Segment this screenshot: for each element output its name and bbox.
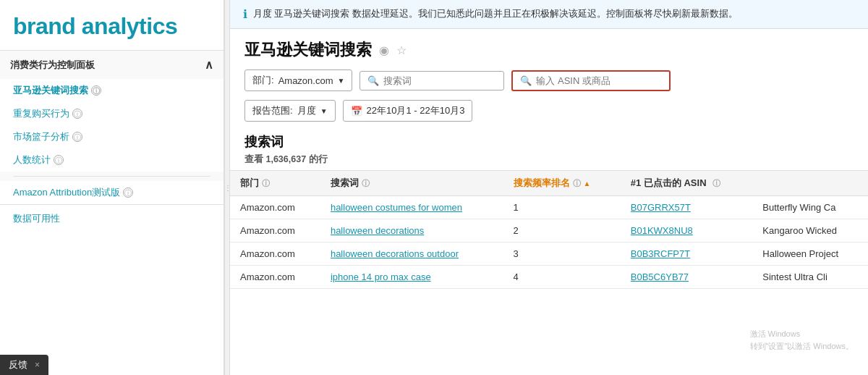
brand-logo: brand analytics	[0, 0, 224, 50]
cell-asin[interactable]: B0B3RCFP7T	[621, 243, 752, 266]
sidebar-item-label: 重复购买行为	[13, 107, 69, 120]
cell-product: Butterfly Wing Ca	[752, 196, 868, 219]
dept-label: 部门:	[252, 74, 274, 87]
cell-product: Kangaroo Wicked	[752, 219, 868, 243]
info-icon-2: ⓘ	[72, 132, 82, 142]
table-body: Amazon.com halloween costumes for women …	[230, 196, 868, 289]
sidebar-section-title: 消费类行为控制面板	[10, 59, 95, 72]
info-icon-freq-rank: ⓘ	[573, 178, 581, 189]
cell-asin[interactable]: B07GRRX57T	[621, 196, 752, 219]
table-row: Amazon.com halloween decorations 2 B01KW…	[230, 219, 868, 243]
search-terms-table: 部门 ⓘ 搜索词 ⓘ 搜索频率排名 ⓘ	[230, 170, 868, 289]
dept-select[interactable]: 部门: Amazon.com ▼	[244, 69, 352, 91]
col-product1	[752, 171, 868, 196]
report-range-select[interactable]: 报告范围: 月度 ▼	[244, 100, 336, 122]
feedback-button[interactable]: 反馈 ×	[0, 355, 48, 375]
collapse-icon: ∧	[205, 58, 213, 72]
alert-banner: ℹ 月度 亚马逊关键词搜索 数据处理延迟。我们已知悉此问题并且正在积极解决该延迟…	[230, 0, 868, 29]
sort-asc-icon: ▲	[584, 180, 591, 188]
cell-search-term[interactable]: iphone 14 pro max case	[320, 266, 503, 289]
search-asin-icon: 🔍	[520, 75, 532, 86]
chevron-down-icon: ▼	[338, 77, 345, 85]
resize-handle[interactable]: ⋮	[224, 0, 230, 375]
page-header: 亚马逊关键词搜索 ◉ ☆	[230, 29, 868, 67]
asin-field[interactable]	[536, 75, 662, 86]
info-icon-0: ⓘ	[91, 85, 101, 96]
col-search-term: 搜索词 ⓘ	[320, 171, 503, 196]
cell-freq-rank: 4	[503, 266, 621, 289]
cell-freq-rank: 1	[503, 196, 621, 219]
feedback-label: 反馈	[9, 358, 27, 371]
sidebar-section-header[interactable]: 消费类行为控制面板 ∧	[0, 51, 224, 79]
main-content: ℹ 月度 亚马逊关键词搜索 数据处理延迟。我们已知悉此问题并且正在积极解决该延迟…	[230, 0, 868, 375]
col-asin1: #1 已点击的 ASIN ⓘ	[621, 171, 752, 196]
info-icon-1: ⓘ	[72, 109, 82, 119]
pin-icon[interactable]: ◉	[379, 43, 389, 57]
toolbar: 部门: Amazon.com ▼ 🔍 🔍	[230, 67, 868, 97]
row-count: 查看 1,636,637 的行	[230, 152, 868, 170]
date-range-button[interactable]: 📅 22年10月1 - 22年10月3	[343, 100, 473, 122]
sidebar-item-attribution[interactable]: Amazon Attribution测试版 ⓘ	[0, 181, 224, 204]
search-terms-table-container[interactable]: 部门 ⓘ 搜索词 ⓘ 搜索频率排名 ⓘ	[230, 170, 868, 375]
cell-dept: Amazon.com	[230, 266, 320, 289]
chevron-down-report-icon: ▼	[320, 107, 328, 115]
sidebar-item-label: 人数统计	[13, 153, 51, 167]
info-icon-asin1: ⓘ	[712, 178, 720, 189]
search-icon: 🔍	[367, 75, 379, 86]
report-range-label: 报告范围:	[252, 104, 293, 117]
calendar-icon: 📅	[351, 106, 362, 117]
info-icon-attribution: ⓘ	[123, 188, 133, 198]
close-icon[interactable]: ×	[35, 360, 40, 370]
info-icon-3: ⓘ	[54, 155, 64, 165]
star-icon[interactable]: ☆	[396, 43, 407, 57]
cell-product: Halloween Project	[752, 243, 868, 266]
table-row: Amazon.com halloween costumes for women …	[230, 196, 868, 219]
col-dept: 部门 ⓘ	[230, 171, 320, 196]
cell-search-term[interactable]: halloween costumes for women	[320, 196, 503, 219]
page-title: 亚马逊关键词搜索	[244, 39, 372, 61]
sidebar-item-label: 亚马逊关键词搜索	[13, 84, 88, 97]
cell-dept: Amazon.com	[230, 243, 320, 266]
sidebar-divider	[13, 176, 210, 177]
cell-search-term[interactable]: halloween decorations	[320, 219, 503, 243]
section-title: 搜索词	[230, 129, 868, 152]
sidebar-section-consumer: 消费类行为控制面板 ∧ 亚马逊关键词搜索 ⓘ 重复购买行为 ⓘ 市场篮子分析 ⓘ…	[0, 50, 224, 205]
sidebar: brand analytics 消费类行为控制面板 ∧ 亚马逊关键词搜索 ⓘ 重…	[0, 0, 224, 375]
sidebar-item-repeat-purchase[interactable]: 重复购买行为 ⓘ	[0, 102, 224, 125]
date-range-text: 22年10月1 - 22年10月3	[367, 104, 465, 117]
sidebar-item-amazon-keyword-search[interactable]: 亚马逊关键词搜索 ⓘ	[0, 79, 224, 102]
sidebar-data-availability[interactable]: 数据可用性	[0, 205, 224, 232]
cell-freq-rank: 2	[503, 219, 621, 243]
cell-dept: Amazon.com	[230, 219, 320, 243]
table-row: Amazon.com iphone 14 pro max case 4 B0B5…	[230, 266, 868, 289]
col-freq-rank[interactable]: 搜索频率排名 ⓘ ▲	[503, 171, 621, 196]
table-header-row: 部门 ⓘ 搜索词 ⓘ 搜索频率排名 ⓘ	[230, 171, 868, 196]
sidebar-item-demographics[interactable]: 人数统计 ⓘ	[0, 148, 224, 172]
alert-text: 月度 亚马逊关键词搜索 数据处理延迟。我们已知悉此问题并且正在积极解决该延迟。控…	[253, 8, 738, 20]
report-range-value: 月度	[297, 104, 316, 117]
sidebar-item-market-basket[interactable]: 市场篮子分析 ⓘ	[0, 125, 224, 148]
cell-asin[interactable]: B0B5C6YB77	[621, 266, 752, 289]
info-circle-icon: ℹ	[243, 7, 247, 21]
cell-dept: Amazon.com	[230, 196, 320, 219]
report-toolbar: 报告范围: 月度 ▼ 📅 22年10月1 - 22年10月3	[230, 97, 868, 129]
sidebar-item-label: 市场篮子分析	[13, 130, 69, 143]
asin-search-input[interactable]: 🔍	[511, 70, 671, 91]
search-term-field[interactable]	[383, 75, 496, 86]
cell-product: Sintest Ultra Cli	[752, 266, 868, 289]
cell-search-term[interactable]: halloween decorations outdoor	[320, 243, 503, 266]
cell-freq-rank: 3	[503, 243, 621, 266]
info-icon-search-term: ⓘ	[362, 178, 370, 189]
info-icon-dept: ⓘ	[262, 178, 270, 189]
search-term-input[interactable]: 🔍	[359, 71, 504, 90]
attribution-label: Amazon Attribution测试版	[13, 186, 120, 199]
cell-asin[interactable]: B01KWX8NU8	[621, 219, 752, 243]
table-row: Amazon.com halloween decorations outdoor…	[230, 243, 868, 266]
dept-value: Amazon.com	[278, 75, 333, 86]
